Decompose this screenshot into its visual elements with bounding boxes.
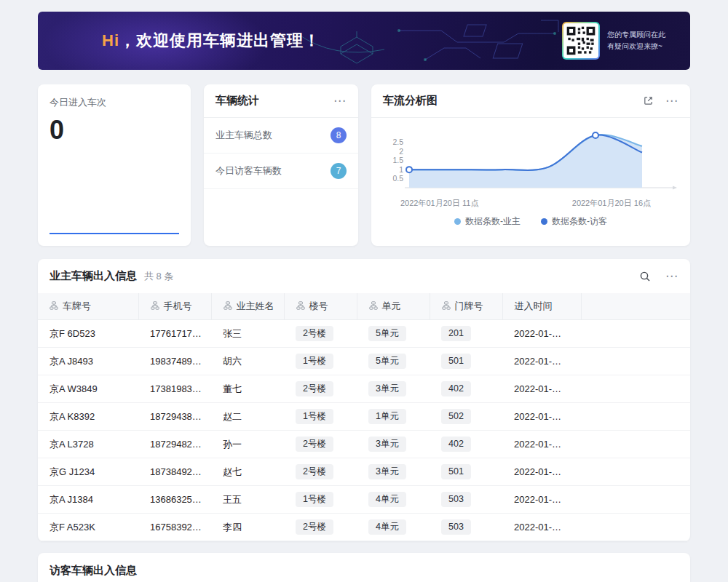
table-cell: 4单元 (357, 486, 430, 514)
column-header[interactable]: 楼号 (284, 293, 357, 320)
table-cell: 2号楼 (284, 458, 357, 486)
column-header[interactable]: 业主姓名 (211, 293, 284, 320)
vehicle-stats-title: 车辆统计 (215, 94, 259, 108)
table-cell: 3单元 (357, 458, 430, 486)
table-cell: 2022-01-… (502, 458, 581, 486)
table-row[interactable]: 京A L372818729482…孙一2号楼3单元4022022-01-… (38, 431, 690, 458)
today-entry-card: 今日进入车次 0 (38, 84, 191, 246)
legend-label: 数据条数-业主 (465, 215, 521, 228)
today-entry-value: 0 (50, 115, 179, 146)
qr-caption-line1: 您的专属顾问在此 (607, 29, 665, 41)
table-cell: 4单元 (357, 514, 430, 541)
field-type-icon (296, 301, 305, 310)
qr-code[interactable] (563, 23, 598, 58)
table-cell: 503 (430, 486, 502, 514)
table-cell: 胡六 (211, 348, 284, 375)
table-cell: 1号楼 (284, 486, 357, 514)
table-row[interactable]: 京F 6D52317761717…张三2号楼5单元2012022-01-… (38, 320, 690, 348)
traffic-chart-plot: 0.511.522.5 (383, 124, 678, 194)
table-row[interactable]: 京F A523K16758392…李四2号楼4单元5032022-01-… (38, 514, 690, 541)
table-cell: 2022-01-… (502, 348, 581, 375)
tag: 1号楼 (296, 492, 333, 507)
stat-value-badge: 7 (331, 163, 347, 179)
table-cell: 18729482… (138, 431, 211, 458)
table-row[interactable]: 京G J123418738492…赵七2号楼3单元5012022-01-… (38, 458, 690, 486)
table-cell: 王五 (211, 486, 284, 514)
field-type-icon (223, 301, 232, 310)
table-row[interactable]: 京A J849319837489…胡六1号楼5单元5012022-01-… (38, 348, 690, 375)
chart-legend: 数据条数-业主 数据条数-访客 (383, 215, 678, 228)
tag: 501 (441, 464, 471, 479)
table-cell: 3单元 (357, 375, 430, 403)
table-row[interactable]: 京A J138413686325…王五1号楼4单元5032022-01-… (38, 486, 690, 514)
more-options-icon[interactable]: ⋯ (665, 97, 678, 105)
column-header-label: 楼号 (309, 300, 328, 311)
table-cell: 1号楼 (284, 348, 357, 375)
table-cell: 赵七 (211, 458, 284, 486)
table-cell: 18738492… (138, 458, 211, 486)
export-icon[interactable] (643, 95, 654, 106)
y-tick-label: 1.5 (392, 156, 403, 164)
table-cell: 402 (430, 375, 502, 403)
column-header[interactable]: 门牌号 (430, 293, 502, 320)
table-cell: 京A L3728 (38, 431, 138, 458)
tag: 402 (441, 436, 471, 452)
legend-item-owner[interactable]: 数据条数-业主 (454, 215, 521, 228)
tag: 2号楼 (296, 436, 333, 452)
tag: 503 (441, 519, 471, 535)
welcome-banner: Hi，欢迎使用车辆进出管理！ (38, 12, 690, 70)
table-cell-filler (581, 458, 690, 486)
more-options-icon[interactable]: ⋯ (333, 97, 347, 105)
qr-caption: 您的专属顾问在此 有疑问欢迎来撩~ (607, 29, 665, 52)
table-cell: 5单元 (357, 348, 430, 375)
table-cell: 京A J1384 (38, 486, 138, 514)
tag: 1号楼 (296, 409, 333, 424)
table-cell: 2022-01-… (502, 375, 581, 403)
owner-table-count: 共 8 条 (144, 270, 173, 283)
table-cell: 402 (430, 431, 502, 458)
more-options-icon[interactable]: ⋯ (665, 273, 678, 280)
legend-dot-icon (454, 218, 461, 225)
table-cell: 京F 6D523 (38, 320, 138, 348)
table-cell-filler (581, 320, 690, 348)
y-tick-label: 1 (399, 165, 403, 174)
tag: 402 (441, 381, 471, 396)
table-cell: 1号楼 (284, 403, 357, 431)
table-cell: 501 (430, 348, 502, 375)
table-cell: 2022-01-… (502, 403, 581, 431)
legend-item-visitor[interactable]: 数据条数-访客 (541, 215, 607, 228)
today-entry-title: 今日进入车次 (50, 96, 179, 109)
today-entry-baseline (50, 233, 179, 234)
table-cell: 18729438… (138, 403, 211, 431)
column-header[interactable]: 手机号 (138, 293, 211, 320)
table-cell-filler (581, 486, 690, 514)
table-cell: 17761717… (138, 320, 211, 348)
vehicle-stats-card: 车辆统计 ⋯ 业主车辆总数 8 今日访客车辆数 7 (204, 84, 358, 246)
owner-table-title-group: 业主车辆出入信息 共 8 条 (50, 269, 173, 283)
stat-row-visitor-today: 今日访客车辆数 7 (204, 154, 358, 189)
column-header[interactable]: 进入时间 (502, 293, 581, 320)
column-header-label: 业主姓名 (237, 300, 274, 311)
stat-value-badge: 8 (331, 127, 347, 143)
table-cell: 赵二 (211, 403, 284, 431)
qr-block: 您的专属顾问在此 有疑问欢迎来撩~ (562, 22, 665, 60)
vehicle-stats-header: 车辆统计 ⋯ (204, 84, 358, 118)
table-row[interactable]: 京A K839218729438…赵二1号楼1单元5022022-01-… (38, 403, 690, 431)
visitor-table-title: 访客车辆出入信息 (50, 564, 678, 578)
search-icon[interactable] (639, 271, 651, 282)
column-header[interactable]: 车牌号 (38, 293, 138, 320)
table-cell: 5单元 (357, 320, 430, 348)
column-header[interactable]: 单元 (357, 293, 430, 320)
y-tick-label: 2.5 (392, 137, 403, 146)
banner-greeting-highlight: Hi (102, 31, 119, 49)
tag: 1号楼 (296, 354, 333, 369)
y-tick-label: 2 (399, 147, 403, 156)
table-cell-filler (581, 514, 690, 541)
chart-point-marker[interactable] (406, 167, 412, 172)
table-row[interactable]: 京A W384917381983…董七2号楼3单元4022022-01-… (38, 375, 690, 403)
table-cell: 13686325… (138, 486, 211, 514)
chart-point-marker[interactable] (593, 132, 598, 138)
tag: 5单元 (368, 354, 406, 369)
table-cell-filler (581, 375, 690, 403)
table-cell: 张三 (211, 320, 284, 348)
